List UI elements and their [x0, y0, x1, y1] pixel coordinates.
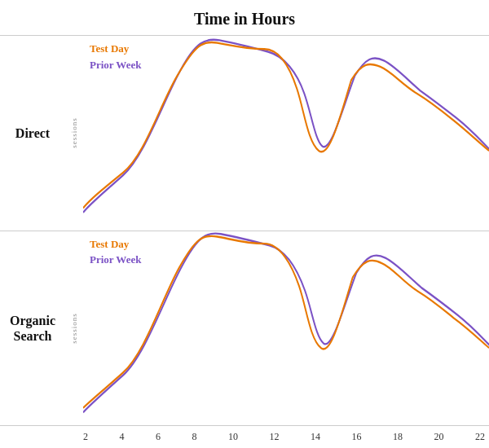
x-axis-row: 2 4 6 8 10 12 14 16 18 20 22	[0, 425, 489, 448]
x-label-14: 14	[311, 431, 320, 443]
x-label-8: 8	[192, 431, 197, 443]
organic-y-label: sessions	[70, 313, 78, 344]
direct-legend-priorweek: Prior Week	[90, 57, 141, 73]
direct-y-label: sessions	[70, 117, 78, 148]
direct-legend: Test Day Prior Week	[90, 41, 141, 72]
direct-chart-svg	[83, 36, 489, 231]
direct-chart-area: Test Day Prior Week	[83, 36, 489, 231]
x-label-4: 4	[120, 431, 125, 443]
x-label-16: 16	[352, 431, 362, 443]
x-label-6: 6	[156, 431, 161, 443]
organic-legend-testday: Test Day	[90, 236, 141, 253]
chart-title: Time in Hours	[0, 8, 489, 35]
direct-y-axis: sessions	[65, 36, 83, 231]
x-label-20: 20	[434, 431, 444, 443]
x-label-2: 2	[83, 431, 88, 443]
x-label-12: 12	[270, 431, 280, 443]
x-label-18: 18	[393, 431, 403, 443]
x-axis-labels: 2 4 6 8 10 12 14 16 18 20 22	[83, 431, 485, 443]
x-label-22: 22	[475, 431, 485, 443]
organic-chart-svg	[83, 231, 489, 426]
x-label-10: 10	[228, 431, 238, 443]
organic-row: Organic Search sessions Test Day Prior W…	[0, 231, 489, 426]
organic-label: Organic Search	[0, 231, 65, 426]
chart-container: Time in Hours Direct sessions Test Day P…	[0, 0, 489, 448]
organic-y-axis: sessions	[65, 231, 83, 426]
organic-chart-area: Test Day Prior Week	[83, 231, 489, 426]
direct-row: Direct sessions Test Day Prior Week	[0, 35, 489, 231]
organic-legend-priorweek: Prior Week	[90, 252, 141, 268]
organic-legend: Test Day Prior Week	[90, 236, 141, 268]
direct-legend-testday: Test Day	[90, 41, 141, 57]
direct-label: Direct	[0, 36, 65, 231]
